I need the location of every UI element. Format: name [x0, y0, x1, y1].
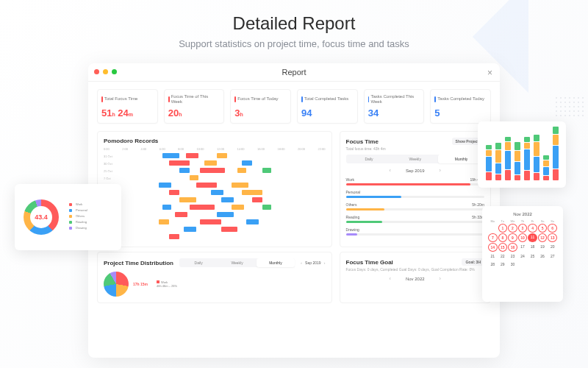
stat-value: 20h [168, 107, 220, 118]
tab-daily[interactable]: Daily [346, 155, 392, 163]
distribution-panel: Project Time Distribution DailyWeeklyMon… [97, 252, 332, 303]
bar-column [534, 134, 539, 180]
cal-day[interactable]: 15 [498, 243, 508, 252]
cal-day[interactable]: 8 [498, 233, 508, 242]
cal-day[interactable]: 13 [548, 233, 557, 242]
cal-day[interactable]: 21 [488, 252, 498, 260]
bar-column [505, 136, 511, 180]
focus-panel: Focus Time Show Projects Total focus tim… [340, 131, 491, 247]
goal-summary: Focus Days: 0 days, Completed Goal Days:… [346, 267, 484, 272]
cal-day[interactable]: 6 [548, 224, 557, 233]
chevron-right-icon[interactable]: › [324, 261, 326, 265]
legend-item: Personal [65, 208, 115, 212]
cal-day[interactable]: 20 [548, 243, 557, 252]
stat-label: Total Completed Tasks [301, 94, 354, 105]
gantt-row: 5 Oct [104, 189, 326, 197]
gantt-row: 4 Oct [104, 197, 326, 204]
gantt-row: 7 Oct [104, 174, 326, 182]
cal-day[interactable]: 1 [498, 224, 508, 233]
legend-item: Others [65, 214, 115, 218]
cal-day[interactable]: 22 [498, 252, 508, 260]
stat-card: Total Completed Tasks94 [297, 89, 358, 124]
goal-period: Nov 2022 [406, 277, 425, 281]
cal-dow: Fr [528, 219, 537, 223]
pomodoro-title: Pomodoro Records [104, 138, 326, 144]
cal-day[interactable]: 30 [508, 261, 517, 268]
legend-item: Work [65, 202, 115, 206]
dist-period: Sep 2019 [305, 261, 320, 265]
gantt-row: 2 Oct [104, 211, 326, 219]
calendar-title: Nov 2022 [488, 212, 557, 216]
stat-value: 3h [234, 107, 287, 118]
chevron-right-icon[interactable]: › [440, 276, 441, 281]
cal-day[interactable]: 26 [538, 252, 548, 260]
focus-item: Reading5h 33m [346, 215, 484, 223]
cal-day[interactable]: 14 [488, 243, 498, 252]
chevron-left-icon[interactable]: ‹ [301, 261, 302, 265]
cal-day[interactable]: 17 [518, 243, 528, 252]
gantt-row: 17 Oct [104, 233, 326, 241]
cal-day[interactable]: 24 [518, 252, 528, 260]
cal-day[interactable]: 23 [508, 252, 517, 260]
cal-day[interactable]: 18 [528, 243, 537, 252]
cal-dow: Tu [498, 219, 508, 223]
chevron-left-icon[interactable]: ‹ [390, 276, 391, 281]
stat-value: 94 [301, 107, 354, 118]
stat-label: Tasks Completed This Week [368, 94, 420, 105]
cal-dow: We [508, 219, 517, 223]
cal-day[interactable]: 16 [508, 243, 517, 252]
cal-day[interactable]: 9 [508, 233, 517, 242]
gantt-row: 19 Oct [104, 226, 326, 233]
tab-monthly[interactable]: Monthly [257, 258, 295, 267]
legend-item: Reading [65, 220, 115, 224]
goal-badge: Goal: 3H [462, 258, 484, 266]
gantt-row: 30 Oct [104, 160, 326, 167]
goal-panel: Focus Time Goal Goal: 3H Focus Days: 0 d… [340, 252, 491, 303]
report-window: Report × Total Focus Time51h 24mFocus Ti… [88, 63, 500, 358]
stat-card: Tasks Completed Today5 [430, 89, 491, 124]
cal-day[interactable]: 25 [528, 252, 537, 260]
cal-day[interactable]: 29 [498, 261, 508, 268]
cal-day[interactable]: 4 [528, 224, 537, 233]
tab-daily[interactable]: Daily [179, 258, 218, 267]
bar-column [553, 126, 559, 180]
gantt-row: 25 Oct [104, 167, 326, 174]
cal-day[interactable]: 12 [538, 233, 548, 242]
tab-weekly[interactable]: Weekly [392, 155, 438, 163]
tab-weekly[interactable]: Weekly [218, 258, 256, 267]
cal-day[interactable]: 11 [528, 233, 537, 242]
bar-column [486, 144, 492, 180]
cal-day[interactable]: 10 [518, 233, 528, 242]
close-icon[interactable]: × [487, 68, 492, 78]
cal-dow: Sa [538, 219, 548, 223]
donut-card: 43.4 WorkPersonalOthersReadingDrawing [15, 184, 121, 250]
stat-card: Focus Time of This Week20h [164, 89, 225, 124]
stat-value: 34 [368, 107, 420, 118]
cal-day[interactable]: 3 [518, 224, 528, 233]
bar-column [514, 141, 520, 180]
stat-label: Focus Time of This Week [168, 94, 220, 105]
chevron-left-icon[interactable]: ‹ [390, 168, 391, 173]
gantt-row: 6 Oct [104, 182, 326, 189]
focus-item: Drawing [346, 227, 484, 236]
bar-column [495, 142, 501, 180]
dist-title: Project Time Distribution [104, 260, 173, 266]
pomodoro-panel: Pomodoro Records 0:002:004:006:008:0010:… [97, 131, 332, 247]
focus-item: Work19h 40m [346, 177, 484, 185]
stat-label: Total Focus Time [101, 94, 154, 105]
gantt-row: 3 Oct [104, 204, 326, 211]
stat-value: 51h 24m [101, 107, 154, 118]
goal-title: Focus Time Goal [346, 259, 393, 266]
cal-day[interactable]: 5 [538, 224, 548, 233]
cal-day[interactable]: 27 [548, 252, 557, 260]
stat-value: 5 [434, 107, 487, 118]
focus-period: Sep 2019 [406, 169, 425, 173]
cal-day[interactable]: 2 [508, 224, 517, 233]
cal-dow: Su [548, 219, 557, 223]
legend-item: Drawing [65, 226, 115, 230]
cal-day[interactable]: 28 [488, 261, 498, 268]
cal-dow: Mo [488, 219, 498, 223]
cal-day[interactable]: 19 [538, 243, 548, 252]
cal-day[interactable]: 7 [488, 233, 498, 242]
chevron-right-icon[interactable]: › [440, 168, 441, 173]
